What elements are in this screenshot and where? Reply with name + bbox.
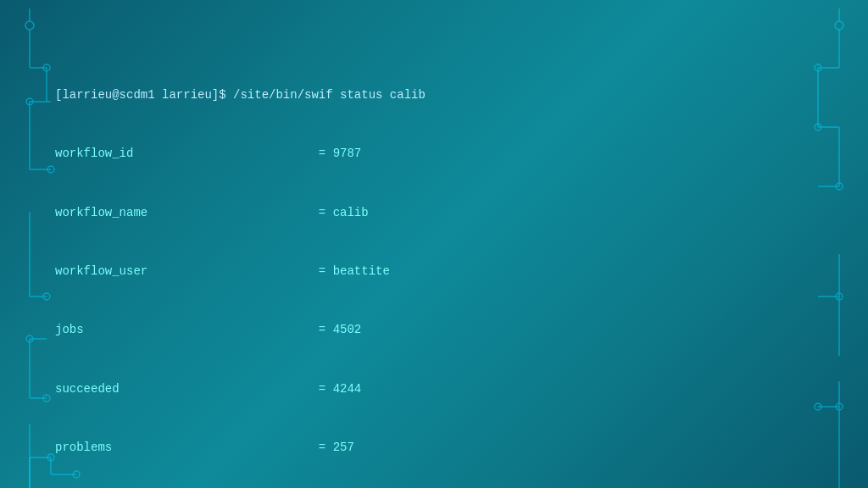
svg-point-7: [26, 98, 33, 105]
svg-point-13: [43, 293, 50, 300]
svg-point-15: [26, 336, 33, 342]
terminal-output: [larrieu@scdm1 larrieu]$ /site/bin/swif …: [55, 47, 851, 488]
svg-point-18: [43, 395, 50, 402]
svg-point-40: [47, 454, 54, 461]
field-workflow-user: workflow_user = beattite: [55, 262, 851, 281]
field-workflow-id: workflow_id = 9787: [55, 144, 851, 164]
field-jobs: jobs = 4502: [55, 320, 851, 340]
svg-point-0: [25, 21, 34, 30]
svg-point-4: [43, 64, 50, 71]
field-succeeded: succeeded = 4244: [55, 380, 851, 399]
svg-point-20: [835, 21, 843, 30]
command-line: [larrieu@scdm1 larrieu]$ /site/bin/swif …: [55, 86, 851, 105]
svg-point-10: [47, 166, 54, 173]
field-problems: problems = 257: [55, 438, 851, 458]
field-workflow-name: workflow_name = calib: [55, 203, 851, 223]
